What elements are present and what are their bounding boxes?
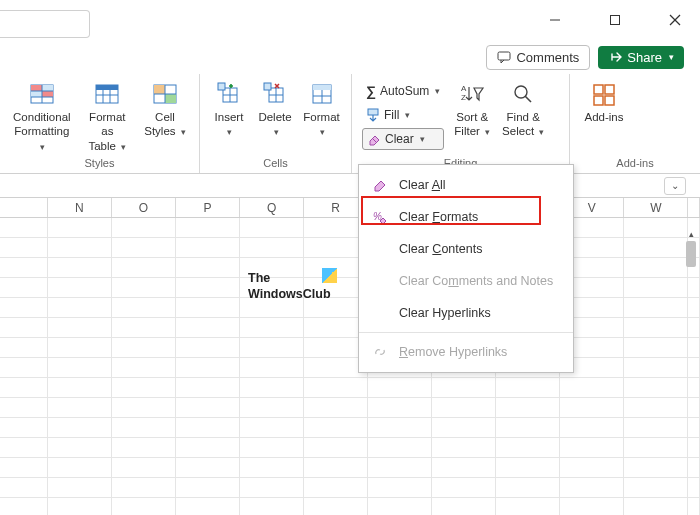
fill-button[interactable]: Fill ▾ (362, 104, 444, 126)
cell[interactable] (496, 378, 560, 398)
cell[interactable] (48, 298, 112, 318)
vertical-scrollbar[interactable]: ▴ (685, 228, 697, 513)
cell[interactable] (240, 418, 304, 438)
cell[interactable] (560, 418, 624, 438)
cell[interactable] (0, 238, 48, 258)
cell[interactable] (240, 498, 304, 515)
cell[interactable] (368, 498, 432, 515)
cell[interactable] (176, 418, 240, 438)
clear-contents-item[interactable]: Clear Contents (359, 233, 573, 265)
cell[interactable] (624, 298, 688, 318)
cell[interactable] (0, 298, 48, 318)
minimize-button[interactable] (540, 5, 570, 35)
insert-button[interactable]: Insert▾ (206, 78, 252, 141)
cell[interactable] (48, 438, 112, 458)
cell[interactable] (560, 398, 624, 418)
cell[interactable] (240, 358, 304, 378)
cell[interactable] (112, 498, 176, 515)
cell[interactable] (304, 398, 368, 418)
column-header[interactable]: O (112, 198, 176, 217)
cell[interactable] (176, 378, 240, 398)
cell[interactable] (48, 458, 112, 478)
cell[interactable] (624, 218, 688, 238)
clear-hyperlinks-item[interactable]: Clear Hyperlinks (359, 297, 573, 329)
cell[interactable] (496, 418, 560, 438)
cell[interactable] (624, 498, 688, 515)
cell[interactable] (0, 498, 48, 515)
cell[interactable] (112, 398, 176, 418)
cell[interactable] (0, 258, 48, 278)
cell[interactable] (112, 378, 176, 398)
cell[interactable] (48, 318, 112, 338)
cell[interactable] (176, 338, 240, 358)
cell[interactable] (624, 318, 688, 338)
cell[interactable] (496, 398, 560, 418)
cell[interactable] (176, 218, 240, 238)
formula-bar-expand[interactable]: ⌄ (664, 177, 686, 195)
cell[interactable] (368, 438, 432, 458)
maximize-button[interactable] (600, 5, 630, 35)
column-header[interactable] (0, 198, 48, 217)
find-select-button[interactable]: Find &Select ▾ (496, 78, 550, 152)
cell[interactable] (48, 378, 112, 398)
cell[interactable] (432, 458, 496, 478)
cell[interactable] (624, 358, 688, 378)
cell[interactable] (560, 458, 624, 478)
comments-button[interactable]: Comments (486, 45, 590, 70)
cell[interactable] (432, 398, 496, 418)
cell[interactable] (496, 478, 560, 498)
cell[interactable] (240, 318, 304, 338)
cell[interactable] (176, 498, 240, 515)
addins-button[interactable]: Add-ins (576, 78, 632, 126)
cell[interactable] (368, 378, 432, 398)
cell[interactable] (624, 418, 688, 438)
cell[interactable] (48, 478, 112, 498)
cell[interactable] (432, 378, 496, 398)
cell[interactable] (368, 458, 432, 478)
cell[interactable] (304, 478, 368, 498)
cell[interactable] (368, 418, 432, 438)
cell[interactable] (240, 458, 304, 478)
cell[interactable] (0, 378, 48, 398)
cell[interactable] (112, 278, 176, 298)
cell[interactable] (112, 218, 176, 238)
cell[interactable] (176, 278, 240, 298)
cell[interactable] (432, 418, 496, 438)
cell[interactable] (176, 358, 240, 378)
cell[interactable] (0, 218, 48, 238)
autosum-button[interactable]: ∑ AutoSum ▾ (362, 80, 444, 102)
cell[interactable] (0, 358, 48, 378)
scroll-up-icon[interactable]: ▴ (685, 228, 697, 240)
cell[interactable] (112, 478, 176, 498)
cell-styles-button[interactable]: CellStyles ▾ (137, 78, 193, 155)
cell[interactable] (496, 438, 560, 458)
cell[interactable] (304, 378, 368, 398)
cell[interactable] (48, 498, 112, 515)
scrollbar-thumb[interactable] (686, 241, 696, 267)
cell[interactable] (240, 238, 304, 258)
cell[interactable] (0, 418, 48, 438)
cell[interactable] (624, 278, 688, 298)
sort-filter-button[interactable]: AZ Sort &Filter ▾ (448, 78, 496, 152)
cell[interactable] (432, 438, 496, 458)
cell[interactable] (0, 398, 48, 418)
column-header[interactable]: W (624, 198, 688, 217)
cell[interactable] (112, 318, 176, 338)
cell[interactable] (48, 398, 112, 418)
column-header[interactable]: P (176, 198, 240, 217)
format-button[interactable]: Format▾ (298, 78, 345, 141)
cell[interactable] (176, 238, 240, 258)
cell[interactable] (176, 458, 240, 478)
format-as-table-button[interactable]: Format asTable ▾ (78, 78, 137, 155)
delete-button[interactable]: Delete▾ (252, 78, 298, 141)
cell[interactable] (368, 398, 432, 418)
cell[interactable] (0, 458, 48, 478)
share-button[interactable]: Share ▾ (598, 46, 684, 69)
cell[interactable] (304, 418, 368, 438)
cell[interactable] (112, 358, 176, 378)
cell[interactable] (112, 438, 176, 458)
spreadsheet-grid[interactable] (0, 218, 700, 515)
cell[interactable] (48, 358, 112, 378)
clear-formats-item[interactable]: % Clear Formats (359, 201, 573, 233)
cell[interactable] (112, 458, 176, 478)
